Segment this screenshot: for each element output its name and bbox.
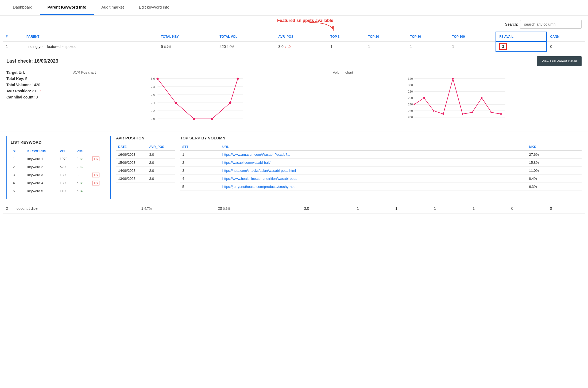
cell-parent: finding your featured snippets [23,41,158,52]
col-total-key: TOTAL KEY [158,32,216,41]
cell-num: 1 [3,41,23,52]
list-keyword-box: LIST KEYWORD STT KEYWORDS VOL POS 1 keyw… [6,136,111,199]
svg-text:260: 260 [408,96,413,100]
cell-top100: 1 [449,41,496,52]
fs-value-badge: 3 [499,43,507,50]
svg-text:240: 240 [408,103,413,106]
serp-link-5[interactable]: https://jerrysnuthouse.com/products/cruc… [222,185,295,189]
avr-col-date: DATE [116,143,147,151]
cell-total-vol: 420 1.0% [216,41,275,52]
total-key-row: Total Key: 5 [6,77,65,81]
avr-position-row: AVR Position: 3.0 ↓1.0 [6,89,65,93]
cell-avr-pos: 3.0 ↓1.0 [275,41,327,52]
svg-text:2.6: 2.6 [151,93,155,96]
svg-point-14 [175,102,177,104]
svg-point-37 [452,78,454,79]
col-total-vol: TOTAL VOL [216,32,275,41]
kw-row-4: 4 keyword 4 180 5 ↑2 FS [11,179,106,187]
keyword-table: STT KEYWORDS VOL POS 1 keyword 1 1970 3 … [11,148,106,195]
main-table-header: # PARENT TOTAL KEY TOTAL VOL AVR_POS TOP… [3,32,585,41]
svg-text:200: 200 [408,116,413,119]
tab-audit-market[interactable]: Audit market [94,0,131,15]
serp-row-3: 3 https://nuts.com/snacks/asian/wasabi-p… [180,167,582,175]
table-row-2[interactable]: 2 coconut dice 1 6.7% 20 0.1% 3.0 1 1 1 … [3,204,585,214]
avr-pos-chart: AVR Pos chart 3.0 2.8 2.6 2.4 2.2 2.0 [73,70,322,127]
svg-point-38 [462,113,463,115]
svg-text:2.8: 2.8 [151,85,155,88]
svg-text:220: 220 [408,109,413,112]
svg-text:2.4: 2.4 [151,101,155,104]
svg-point-42 [500,113,502,115]
detail-section: Last check: 16/06/2023 View Full Parent … [0,52,588,131]
tab-edit-keyword-info[interactable]: Edit keyword info [131,0,177,15]
main-table-row2-wrapper: 2 coconut dice 1 6.7% 20 0.1% 3.0 1 1 1 … [0,204,588,214]
svg-point-39 [471,112,473,113]
view-full-detail-button[interactable]: View Full Parent Detail [537,56,582,66]
last-check-label: Last check: 16/06/2023 [6,58,58,64]
cell-cann: 0 [547,41,585,52]
main-table-row2: 2 coconut dice 1 6.7% 20 0.1% 3.0 1 1 1 … [3,204,585,214]
col-top100: TOP 100 [449,32,496,41]
svg-point-13 [157,78,159,80]
avr-row-1: 16/06/2023 3.0 [116,151,175,159]
kw-col-pos: POS [74,148,90,155]
total-volumn-row: Total Volumn: 1420 [6,83,65,87]
avr-row-3: 14/06/2023 2.0 [116,167,175,175]
svg-text:300: 300 [408,83,413,87]
volumn-chart: Volumn chart 320 300 280 260 240 [333,70,582,127]
cell-total-key: 5 6.7% [158,41,216,52]
serp-link-3[interactable]: https://nuts.com/snacks/asian/wasabi-pea… [222,169,296,173]
avr-pos-table: DATE AVR_POS 16/06/2023 3.0 15/06/2023 2… [116,143,175,183]
col-top10: TOP 10 [365,32,407,41]
avr-position-panel: AVR POSITION DATE AVR_POS 16/06/2023 3.0… [116,136,175,183]
cell-fs-avail: 3 [496,41,547,52]
tab-parent-keyword-info[interactable]: Parent Keyword Info [40,0,94,15]
serp-row-2: 2 https://wasabi.com/wasabi-ball/ 15.8% [180,159,582,167]
svg-text:2.2: 2.2 [151,109,155,112]
col-top3: TOP 3 [327,32,365,41]
avr-position-title: AVR POSITION [116,136,175,140]
avr-pos-chart-title: AVR Pos chart [73,70,322,74]
search-area: Featured snippets available Search: [0,16,588,32]
kw-row-2: 2 keyword 2 520 2 ↑3 [11,163,106,171]
serp-row-4: 4 https://www.healthline.com/nutrition/w… [180,175,582,183]
top-serp-panel: TOP SERP BY VOLUMN STT URL MKS 1 https:/… [180,136,582,191]
kw-col-fs [90,148,106,155]
kw-col-vol: VOL [58,148,75,155]
svg-point-15 [193,118,195,120]
svg-point-16 [211,118,213,120]
svg-point-41 [491,112,492,113]
serp-col-stt: STT [180,143,220,151]
volumn-chart-svg: 320 300 280 260 240 220 200 [333,76,582,127]
main-table-wrapper: # PARENT TOTAL KEY TOTAL VOL AVR_POS TOP… [0,32,588,52]
featured-arrow-icon [307,20,339,33]
col-top30: TOP 30 [407,32,449,41]
detail-header: Last check: 16/06/2023 View Full Parent … [6,56,582,66]
avr-row-4: 13/06/2023 3.0 [116,175,175,183]
svg-point-34 [423,97,425,99]
svg-point-18 [237,78,239,80]
avr-col-avr-pos: AVR_POS [147,143,175,151]
col-fs-avail: FS AVAIL [496,32,547,41]
tab-dashboard[interactable]: Dashboard [5,0,40,15]
serp-table: STT URL MKS 1 https://www.amazon.com/Was… [180,143,582,191]
serp-row-5: 5 https://jerrysnuthouse.com/products/cr… [180,183,582,191]
volumn-chart-title: Volumn chart [333,70,582,74]
target-url-row: Target Url: [6,70,65,75]
detail-content: Target Url: Total Key: 5 Total Volumn: 1… [6,70,582,127]
top-serp-title: TOP SERP BY VOLUMN [180,136,582,140]
main-table: # PARENT TOTAL KEY TOTAL VOL AVR_POS TOP… [3,32,585,52]
svg-point-35 [433,110,435,112]
svg-point-40 [481,97,483,99]
svg-text:3.0: 3.0 [151,77,155,80]
table-row-1[interactable]: 1 finding your featured snippets 5 6.7% … [3,41,585,52]
serp-link-1[interactable]: https://www.amazon.com/Wasabi-Peas/b?... [222,153,290,157]
kw-col-stt: STT [11,148,25,155]
kw-row-1: 1 keyword 1 1970 3 ↑2 FS [11,155,106,163]
serp-link-4[interactable]: https://www.healthline.com/nutrition/was… [222,177,297,181]
svg-point-33 [414,104,415,105]
serp-link-2[interactable]: https://wasabi.com/wasabi-ball/ [222,161,270,165]
avr-table-header: DATE AVR_POS [116,143,175,151]
svg-text:320: 320 [408,77,413,80]
search-input[interactable] [520,20,582,29]
